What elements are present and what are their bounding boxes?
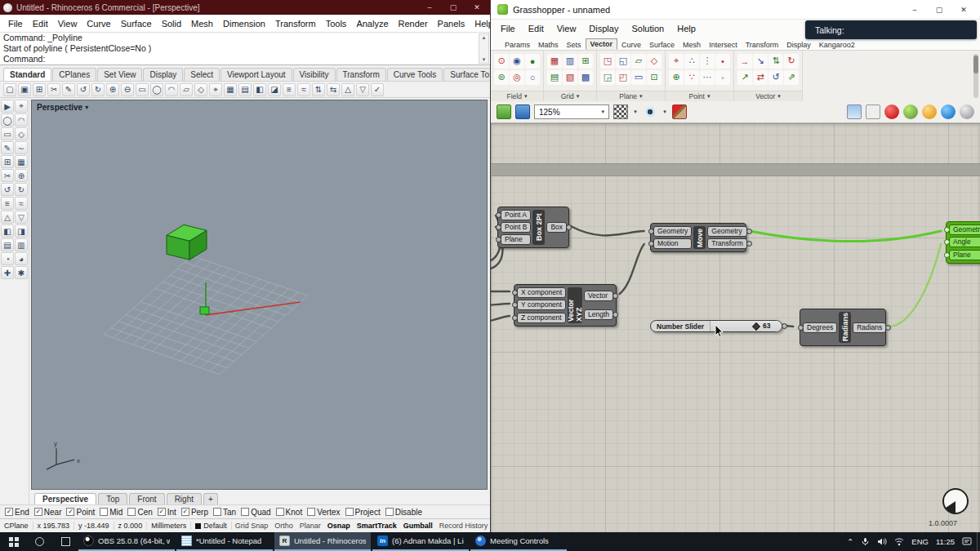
checkbox-icon[interactable]: ✓	[5, 508, 13, 516]
checkbox-icon[interactable]: ✓	[158, 508, 166, 516]
rhino-palette-icon[interactable]: ◕	[15, 252, 28, 265]
rhino-toolbar-icon[interactable]: ↺	[77, 83, 90, 96]
clock[interactable]: 11:25	[936, 537, 955, 546]
rhino-menu-panels[interactable]: Panels	[433, 19, 470, 29]
ribbon-icon[interactable]: ▥	[563, 54, 577, 69]
minimize-icon[interactable]: –	[905, 6, 924, 14]
input-z-component[interactable]: Z component	[517, 313, 566, 323]
ribbon-icon[interactable]: ◎	[510, 70, 524, 85]
ribbon-group-label[interactable]: Plane▾	[597, 91, 665, 101]
ribbon-icon[interactable]: ◳	[600, 54, 615, 69]
status-toggle-gumball[interactable]: Gumball	[400, 522, 436, 530]
eye-icon[interactable]	[643, 104, 657, 119]
status-toggle-record-history[interactable]: Record History	[436, 522, 490, 530]
osnap-project[interactable]: Project	[345, 508, 381, 517]
output-radians[interactable]: Radians	[853, 322, 886, 333]
rhino-palette-icon[interactable]: ✂	[1, 169, 14, 182]
rhino-toolbar-icon[interactable]: ≡	[283, 83, 296, 96]
rhino-menu-view[interactable]: View	[53, 19, 82, 29]
ribbon-group-label[interactable]: Grid▾	[544, 91, 596, 101]
osnap-knot[interactable]: Knot	[276, 508, 303, 517]
canvas-compass[interactable]	[941, 487, 970, 516]
ribbon-icon[interactable]: ▦	[547, 54, 562, 69]
viewport-tab-right[interactable]: Right	[167, 493, 202, 504]
rhino-menu-surface[interactable]: Surface	[116, 19, 157, 29]
rhino-palette-icon[interactable]: ▭	[1, 127, 14, 140]
rhino-palette-icon[interactable]: ✱	[15, 266, 28, 279]
close-icon[interactable]: ✕	[954, 6, 973, 14]
output-geometry[interactable]: Geometry	[707, 226, 746, 237]
paint-icon[interactable]	[672, 104, 687, 119]
rhino-toolbar-icon[interactable]: ◧	[253, 83, 266, 96]
ribbon-icon[interactable]: ↘	[753, 54, 768, 69]
ribbon-icon[interactable]: ⇅	[768, 54, 783, 69]
rhino-toolbar-icon[interactable]: ◯	[150, 83, 163, 96]
grasshopper-menu-display[interactable]: Display	[589, 24, 618, 33]
rhino-menu-mesh[interactable]: Mesh	[186, 19, 218, 29]
pattern-icon[interactable]	[613, 104, 628, 119]
rhino-toolbar-icon[interactable]: ⊞	[33, 83, 46, 96]
checkbox-icon[interactable]	[213, 508, 221, 516]
gray-sphere-icon[interactable]	[960, 104, 974, 119]
rhino-toolbar-icon[interactable]: ⌖	[209, 83, 222, 96]
viewport-tab-front[interactable]: Front	[129, 493, 164, 504]
task-view-button[interactable]	[52, 532, 78, 551]
talking-overlay[interactable]: Talking:	[805, 20, 977, 39]
mic-icon[interactable]	[861, 537, 870, 546]
rhino-menu-render[interactable]: Render	[394, 19, 433, 29]
ribbon-icon[interactable]: ▱	[631, 54, 646, 69]
checkbox-icon[interactable]	[385, 508, 394, 516]
rhino-toolbar-tab-select[interactable]: Select	[184, 68, 220, 81]
rhino-palette-icon[interactable]: ≡	[1, 197, 14, 210]
checkbox-icon[interactable]: ✓	[34, 508, 42, 516]
osnap-quad[interactable]: Quad	[241, 508, 270, 517]
rhino-menu-curve[interactable]: Curve	[82, 19, 115, 29]
chevron-up-icon[interactable]: ⌃	[847, 537, 853, 546]
checkbox-icon[interactable]	[345, 508, 354, 516]
language-indicator[interactable]: ENG	[911, 537, 929, 546]
output-vector[interactable]: Vector	[584, 291, 613, 301]
ribbon-icon[interactable]: ◲	[600, 70, 615, 85]
rhino-palette-icon[interactable]: ◧	[1, 224, 14, 238]
osnap-point[interactable]: ✓Point	[66, 508, 95, 517]
osnap-end[interactable]: ✓End	[5, 508, 29, 517]
category-tab-sets[interactable]: Sets	[563, 40, 586, 50]
rhino-toolbar-tab-cplanes[interactable]: CPlanes	[52, 68, 96, 81]
rhino-toolbar-icon[interactable]: ⇆	[327, 83, 340, 96]
taskbar-app-meeting[interactable]: Meeting Controls	[470, 532, 567, 551]
ribbon-icon[interactable]: ▩	[578, 70, 593, 85]
component-vector-xyz[interactable]: X componentY componentZ componentVector …	[514, 284, 617, 327]
close-icon[interactable]: ✕	[467, 3, 487, 11]
component-move[interactable]: GeometryMotionMoveGeometryTransform	[650, 223, 746, 252]
show-desktop-button[interactable]	[977, 532, 980, 551]
ribbon-icon[interactable]: ⇄	[753, 70, 768, 85]
units-label[interactable]: Millimeters	[147, 522, 191, 530]
ribbon-icon[interactable]: ∴	[684, 54, 699, 69]
ribbon-icon[interactable]: ◦	[715, 70, 730, 85]
rhino-toolbar-icon[interactable]: ↻	[91, 83, 105, 96]
chevron-down-icon[interactable]: ▾	[662, 109, 668, 115]
viewport-tab-top[interactable]: Top	[98, 493, 127, 504]
category-tab-kangaroo2[interactable]: Kangaroo2	[815, 40, 859, 50]
minimize-icon[interactable]: –	[420, 3, 439, 11]
rhino-toolbar-tab-curve-tools[interactable]: Curve Tools	[387, 68, 443, 81]
input-geometry[interactable]: Geometry	[949, 224, 980, 235]
output-box[interactable]: Box	[546, 222, 567, 233]
rhino-menu-analyze[interactable]: Analyze	[351, 19, 393, 29]
cplane-button[interactable]: CPlane	[0, 522, 33, 530]
grasshopper-canvas[interactable]: Point APoint BPlaneBox 2PtBoxGeometryMot…	[491, 123, 980, 532]
scroll-up-icon[interactable]: ▲	[482, 35, 487, 40]
rhino-toolbar-tab-transform[interactable]: Transform	[336, 68, 386, 81]
rhino-palette-icon[interactable]: ▤	[1, 238, 14, 251]
ribbon-icon[interactable]: →	[737, 54, 752, 69]
rhino-palette-icon[interactable]: ⊕	[15, 169, 28, 182]
input-y-component[interactable]: Y component	[517, 300, 566, 310]
rhino-menu-dimension[interactable]: Dimension	[218, 19, 270, 29]
viewport-tab-perspective[interactable]: Perspective	[34, 493, 96, 504]
rhino-toolbar-icon[interactable]: ▣	[18, 83, 31, 96]
input-degrees[interactable]: Degrees	[803, 322, 837, 333]
rhino-toolbar-icon[interactable]: ≈	[297, 83, 310, 96]
category-tab-display[interactable]: Display	[782, 40, 815, 50]
checkbox-icon[interactable]: ✓	[66, 508, 74, 516]
rhino-toolbar-icon[interactable]: ▭	[136, 83, 149, 96]
